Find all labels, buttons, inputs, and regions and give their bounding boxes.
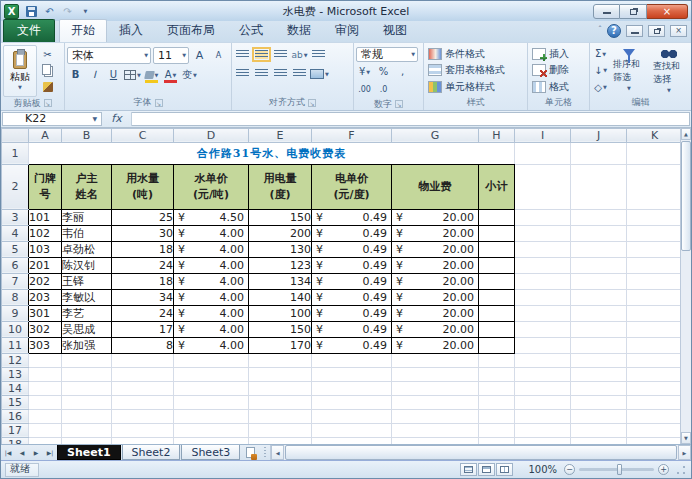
cell[interactable]: ¥4.00 [174, 321, 249, 337]
cell[interactable]: ¥4.50 [174, 209, 249, 225]
cell[interactable] [249, 381, 312, 395]
cell[interactable]: 301 [29, 305, 62, 321]
row-header[interactable]: 15 [2, 395, 29, 409]
cell[interactable] [392, 437, 479, 444]
cell[interactable] [479, 423, 515, 437]
cell[interactable]: 8 [112, 337, 174, 353]
cell[interactable] [515, 321, 571, 337]
accounting-format-button[interactable]: ¥▼ [356, 64, 373, 80]
cell[interactable]: 李艺 [62, 305, 112, 321]
align-right-button[interactable] [272, 66, 289, 82]
column-header[interactable]: A [29, 128, 62, 142]
cell[interactable]: 17 [112, 321, 174, 337]
cell[interactable] [62, 437, 112, 444]
cell[interactable] [479, 305, 515, 321]
minimize-button[interactable] [593, 4, 620, 19]
zoom-level[interactable]: 100% [528, 464, 557, 475]
cell[interactable]: ¥4.00 [174, 289, 249, 305]
cell[interactable] [515, 395, 571, 409]
cell[interactable] [627, 257, 683, 273]
cell[interactable] [571, 337, 627, 353]
cell[interactable]: ¥20.00 [392, 305, 479, 321]
cell[interactable] [392, 381, 479, 395]
scroll-down-button[interactable]: ▼ [681, 432, 691, 444]
name-box[interactable]: K22 ▼ [2, 112, 102, 126]
cell[interactable] [312, 395, 392, 409]
cell[interactable] [112, 409, 174, 423]
cell[interactable] [571, 305, 627, 321]
align-left-button[interactable] [234, 66, 251, 82]
cell[interactable] [29, 395, 62, 409]
table-header-cell[interactable]: 用电量(度) [249, 164, 312, 209]
decrease-decimal-button[interactable]: .0 [375, 82, 392, 98]
row-header[interactable]: 3 [2, 209, 29, 225]
zoom-out-button[interactable]: − [564, 464, 575, 475]
cell[interactable] [479, 395, 515, 409]
cell[interactable]: ¥0.49 [312, 337, 392, 353]
row-header[interactable]: 4 [2, 225, 29, 241]
cell[interactable] [627, 241, 683, 257]
vertical-scrollbar[interactable]: ▲ ▼ [680, 128, 691, 444]
cell[interactable] [571, 273, 627, 289]
name-box-dropdown-icon[interactable]: ▼ [92, 115, 97, 122]
cell[interactable] [571, 423, 627, 437]
top-align-button[interactable] [234, 47, 251, 63]
cell[interactable] [62, 367, 112, 381]
cell[interactable] [479, 353, 515, 367]
last-sheet-button[interactable]: ▶| [43, 445, 57, 460]
align-center-button[interactable] [253, 66, 270, 82]
cell[interactable] [627, 209, 683, 225]
cell[interactable] [515, 367, 571, 381]
cell[interactable]: 24 [112, 257, 174, 273]
cell[interactable] [515, 381, 571, 395]
row-header[interactable]: 13 [2, 367, 29, 381]
normal-view-button[interactable] [460, 463, 477, 476]
cell[interactable] [515, 209, 571, 225]
cell[interactable] [515, 437, 571, 444]
cell[interactable] [112, 437, 174, 444]
cell[interactable]: ¥4.00 [174, 225, 249, 241]
cell[interactable]: 王铎 [62, 273, 112, 289]
cell[interactable] [571, 437, 627, 444]
table-header-cell[interactable]: 门牌号 [29, 164, 62, 209]
tab-formulas[interactable]: 公式 [227, 19, 275, 42]
increase-decimal-button[interactable]: .00 [356, 82, 373, 98]
cell[interactable] [479, 381, 515, 395]
workbook-close-button[interactable]: × [670, 25, 687, 37]
cell[interactable]: 203 [29, 289, 62, 305]
page-layout-view-button[interactable] [478, 463, 495, 476]
cell[interactable] [571, 289, 627, 305]
table-header-cell[interactable]: 小计 [479, 164, 515, 209]
cell[interactable]: 18 [112, 273, 174, 289]
table-header-cell[interactable]: 水单价(元/吨) [174, 164, 249, 209]
cell[interactable]: 134 [249, 273, 312, 289]
cell[interactable] [479, 257, 515, 273]
cell[interactable]: ¥4.00 [174, 337, 249, 353]
workbook-restore-button[interactable] [648, 25, 665, 37]
cell[interactable]: 25 [112, 209, 174, 225]
cell[interactable] [627, 289, 683, 305]
clear-button[interactable]: ◇▼ [592, 79, 609, 95]
cell[interactable] [312, 437, 392, 444]
zoom-in-button[interactable]: + [658, 464, 669, 475]
column-header[interactable]: C [112, 128, 174, 142]
cell[interactable] [249, 395, 312, 409]
cell[interactable] [571, 225, 627, 241]
cell[interactable] [571, 209, 627, 225]
page-break-preview-button[interactable] [496, 463, 513, 476]
column-header[interactable]: I [515, 128, 571, 142]
row-header[interactable]: 8 [2, 289, 29, 305]
cell[interactable] [627, 337, 683, 353]
horizontal-scrollbar[interactable]: ◀ ▶ [270, 445, 691, 460]
cell[interactable] [571, 164, 627, 209]
cell[interactable] [29, 353, 62, 367]
cell[interactable] [312, 381, 392, 395]
delete-cells-button[interactable]: 删除 [530, 63, 587, 77]
orientation-button[interactable]: ab▼ [291, 47, 308, 63]
column-header[interactable]: E [249, 128, 312, 142]
file-tab[interactable]: 文件 [3, 19, 55, 42]
cell[interactable] [515, 225, 571, 241]
bold-button[interactable]: B [67, 67, 84, 83]
cell-styles-button[interactable]: 单元格样式 [426, 80, 525, 94]
cell[interactable]: 103 [29, 241, 62, 257]
